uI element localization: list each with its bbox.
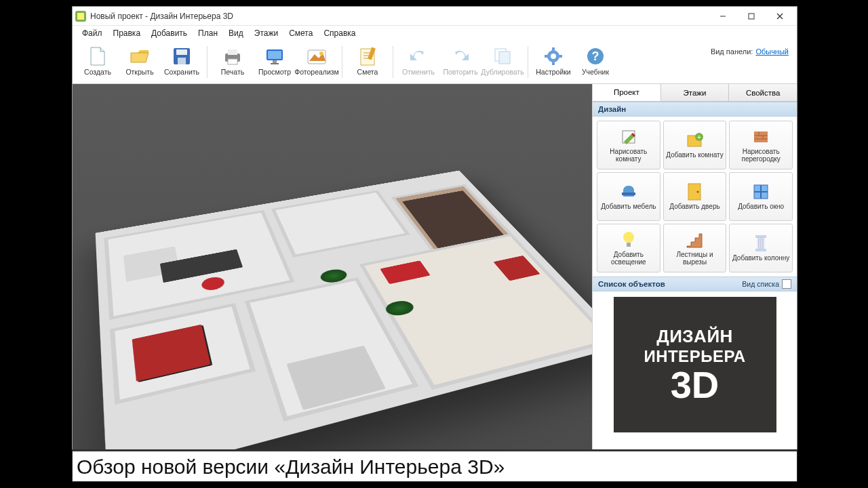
menu-file[interactable]: Файл	[77, 27, 108, 39]
estimate-button[interactable]: Смета	[347, 43, 389, 77]
list-view-control[interactable]: Вид списка	[742, 279, 791, 289]
svg-point-27	[551, 54, 556, 59]
save-icon	[171, 45, 193, 67]
brick-wall-icon	[751, 127, 770, 146]
minimize-button[interactable]	[709, 7, 737, 25]
printer-icon	[222, 45, 243, 67]
svg-text:+: +	[698, 134, 702, 141]
add-lighting-button[interactable]: Добавить освещение	[597, 224, 660, 272]
svg-point-45	[697, 191, 699, 193]
open-button[interactable]: Открыть	[119, 43, 161, 77]
workarea: Проект Этажи Свойства Дизайн Нарисовать …	[73, 84, 797, 481]
svg-rect-8	[178, 58, 186, 64]
svg-rect-56	[755, 249, 766, 251]
app-icon	[75, 11, 86, 22]
gear-icon	[542, 45, 564, 67]
notepad-icon	[357, 45, 378, 67]
armchair-icon	[619, 182, 638, 201]
duplicate-button[interactable]: Дублировать	[481, 43, 524, 77]
manual-button[interactable]: ? Учебник	[574, 43, 616, 77]
draw-room-button[interactable]: Нарисовать комнату	[597, 121, 660, 169]
svg-text:?: ?	[592, 49, 599, 63]
redo-icon	[450, 45, 471, 67]
menu-estimate[interactable]: Смета	[283, 27, 318, 39]
svg-rect-25	[499, 52, 510, 64]
svg-rect-10	[228, 49, 237, 55]
svg-rect-13	[268, 51, 281, 59]
add-furniture-button[interactable]: Добавить мебель	[597, 172, 660, 221]
add-room-button[interactable]: + Добавить комнату	[663, 121, 727, 169]
svg-point-18	[319, 52, 323, 56]
stairs-icon	[685, 230, 704, 249]
menubar: Файл Правка Добавить План Вид Этажи Смет…	[73, 26, 797, 41]
tab-floors[interactable]: Этажи	[661, 84, 730, 101]
tab-properties[interactable]: Свойства	[729, 84, 797, 101]
svg-rect-11	[228, 59, 237, 64]
menu-add[interactable]: Добавить	[146, 27, 193, 39]
window-title: Новый проект - Дизайн Интерьера 3D	[90, 12, 233, 21]
duplicate-icon	[492, 45, 513, 67]
promo-logo: ДИЗАЙН ИНТЕРЬЕРА 3D	[614, 297, 776, 432]
floorplan-render	[95, 170, 592, 481]
save-button[interactable]: Сохранить	[161, 43, 203, 77]
svg-rect-51	[755, 235, 766, 238]
video-caption-overlay: Обзор новой версии «Дизайн Интерьера 3D»	[72, 449, 797, 482]
photorealism-button[interactable]: Фотореализм	[296, 43, 338, 77]
menu-view[interactable]: Вид	[223, 27, 249, 39]
print-button[interactable]: Печать	[212, 43, 254, 77]
svg-rect-14	[273, 60, 277, 63]
create-button[interactable]: Создать	[77, 43, 119, 77]
titlebar: Новый проект - Дизайн Интерьера 3D	[73, 7, 797, 26]
svg-rect-28	[552, 47, 555, 51]
tab-project[interactable]: Проект	[593, 84, 661, 101]
lightbulb-icon	[619, 230, 638, 249]
settings-button[interactable]: Настройки	[532, 43, 574, 77]
help-icon: ?	[585, 45, 606, 67]
stairs-cutouts-button[interactable]: Лестницы и вырезы	[663, 224, 727, 272]
svg-rect-30	[545, 55, 548, 58]
column-icon	[751, 234, 770, 253]
svg-rect-29	[552, 62, 555, 65]
application-window: Новый проект - Дизайн Интерьера 3D Файл …	[72, 6, 797, 482]
sidebar: Проект Этажи Свойства Дизайн Нарисовать …	[592, 84, 797, 481]
objects-panel-header: Список объектов Вид списка	[593, 277, 797, 291]
menu-plan[interactable]: План	[193, 27, 223, 39]
add-column-button[interactable]: Добавить колонну	[729, 224, 793, 272]
new-file-icon	[87, 45, 108, 67]
svg-rect-43	[622, 192, 635, 195]
redo-button[interactable]: Повторить	[439, 43, 481, 77]
pencil-room-icon	[619, 127, 638, 146]
svg-rect-31	[559, 55, 562, 58]
undo-icon	[408, 45, 429, 67]
menu-help[interactable]: Справка	[318, 27, 361, 39]
svg-rect-50	[627, 243, 631, 247]
draw-partition-button[interactable]: Нарисовать перегородку	[729, 121, 793, 169]
add-room-icon: +	[685, 131, 704, 150]
close-button[interactable]	[766, 7, 794, 25]
add-window-button[interactable]: Добавить окно	[729, 172, 793, 221]
menu-floors[interactable]: Этажи	[249, 27, 283, 39]
panel-mode-link[interactable]: Обычный	[755, 47, 789, 56]
window-icon	[751, 182, 770, 201]
svg-rect-38	[754, 131, 768, 142]
panel-mode-control: Вид панели: Обычный	[711, 43, 793, 56]
list-view-toggle-icon	[782, 279, 791, 289]
preview-button[interactable]: Просмотр	[254, 43, 296, 77]
svg-rect-15	[271, 63, 279, 64]
undo-button[interactable]: Отменить	[397, 43, 439, 77]
svg-rect-1	[77, 13, 84, 20]
toolbar: Создать Открыть Сохранить Печать Просмот…	[73, 41, 797, 84]
design-panel-header: Дизайн	[593, 102, 797, 117]
svg-rect-3	[749, 14, 754, 19]
add-door-button[interactable]: Добавить дверь	[663, 172, 727, 221]
svg-point-49	[623, 232, 634, 243]
maximize-button[interactable]	[737, 7, 766, 25]
sidebar-tabs: Проект Этажи Свойства	[593, 84, 797, 102]
3d-viewport[interactable]	[73, 84, 592, 481]
monitor-icon	[264, 45, 285, 67]
door-icon	[685, 182, 704, 201]
photo-icon	[306, 45, 328, 67]
menu-edit[interactable]: Правка	[108, 27, 146, 39]
svg-rect-7	[176, 49, 187, 55]
folder-open-icon	[129, 45, 151, 67]
